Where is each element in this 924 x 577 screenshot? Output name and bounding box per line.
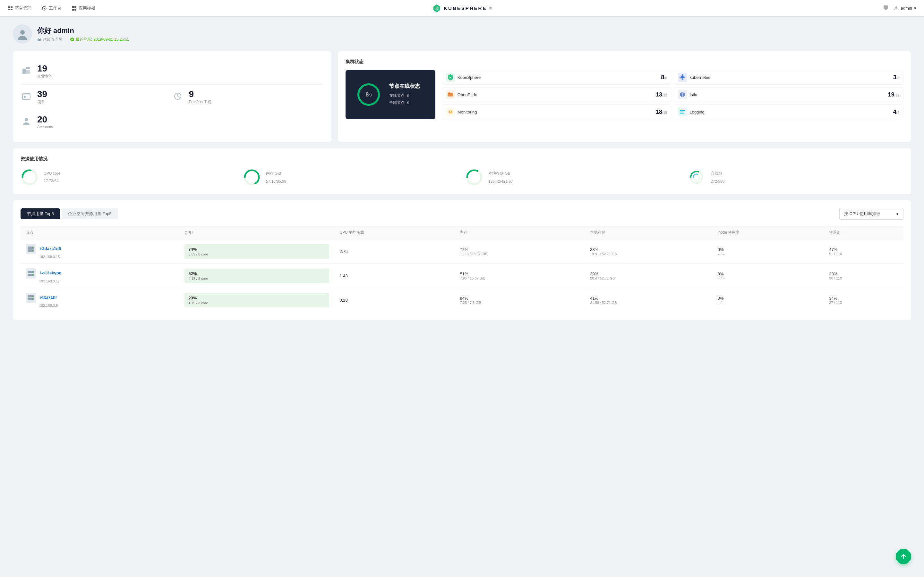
inode-detail-2: – / –	[718, 301, 819, 305]
svg-point-35	[448, 92, 450, 94]
table-row[interactable]: i-tl1i71hr 192.168.0.9 23% 1.79 / 8 core…	[21, 288, 903, 313]
node-icon-0	[26, 244, 36, 254]
cards-row: 19 企业空间 39 项目	[13, 51, 911, 142]
table-header-row: 节点 CPU CPU 平均负载 内存 本地存储 inode 使用率 容器组	[21, 226, 903, 239]
last-login-time: 2019-09-01 15:25:51	[94, 37, 129, 42]
main-content: 你好 admin 超级管理员 最近登录: 2019-0	[0, 17, 924, 327]
notification-icon	[883, 5, 889, 11]
last-login: 最近登录: 2019-09-01 15:25:51	[70, 37, 129, 42]
svg-point-15	[895, 6, 897, 8]
accounts-stat[interactable]: 20 Accounts	[21, 110, 324, 134]
svg-point-5	[44, 8, 45, 9]
projects-label: 项目	[37, 99, 47, 105]
svg-text:K: K	[435, 6, 438, 10]
svg-rect-24	[23, 93, 30, 99]
platform-management-nav[interactable]: 平台管理	[8, 5, 31, 11]
component-openpitrix: OpenPitrix 13/13	[442, 87, 672, 102]
mem-detail-2: 7.25 / 7.8 GiB	[460, 301, 580, 305]
devops-icon	[172, 91, 184, 103]
table-row[interactable]: i-2dazc1d6 192.168.0.15 74% 5.89 / 8 cor…	[21, 239, 903, 264]
cpu-value: 17.73/64	[44, 176, 60, 183]
cpu-avg-0: 2.75	[339, 249, 347, 254]
kubesphere-name: KubeSphere	[457, 75, 481, 80]
node-icon-2	[26, 293, 36, 303]
svg-text:K: K	[449, 76, 451, 79]
storage-detail-1: 20.4 / 52.71 GB	[590, 276, 707, 280]
cell-inode-1: 0% – / –	[712, 264, 824, 288]
node-status-box: 8/8 节点在线状态 在线节点: 8 全部节点: 8	[346, 70, 435, 119]
comp-left-istio: Istio	[678, 90, 697, 99]
istio-name: Istio	[690, 92, 697, 97]
svg-point-59	[32, 271, 33, 272]
logo[interactable]: K KUBESPHERE ®	[432, 4, 492, 13]
notification-btn[interactable]	[883, 5, 889, 11]
istio-logo	[678, 90, 687, 99]
templates-nav[interactable]: 应用模板	[71, 5, 95, 11]
logging-name: Logging	[690, 110, 704, 114]
cpu-avg-1: 1.43	[339, 274, 347, 278]
devops-stat[interactable]: 9 DevOps 工程	[172, 85, 323, 110]
svg-rect-7	[74, 6, 76, 8]
cell-cpu-0: 74% 5.89 / 8 core	[179, 239, 334, 264]
table-body: i-2dazc1d6 192.168.0.15 74% 5.89 / 8 cor…	[21, 239, 903, 313]
tab-buttons: 节点用量 Top5 企业空间资源用量 Top5	[21, 208, 118, 219]
comp-left-kubesphere: K KubeSphere	[446, 73, 481, 82]
monitoring-name: Monitoring	[457, 110, 477, 114]
storage-pct-2: 41%	[590, 296, 707, 301]
avatar	[13, 24, 32, 44]
svg-point-56	[32, 250, 33, 251]
svg-point-33	[681, 76, 684, 79]
devops-count: 9	[189, 90, 212, 99]
projects-stat[interactable]: 39 项目	[21, 85, 172, 110]
tab-node-usage[interactable]: 节点用量 Top5	[21, 208, 60, 219]
projects-icon	[21, 91, 32, 103]
accounts-count: 20	[37, 115, 53, 124]
mem-pct-2: 94%	[460, 296, 580, 301]
table-row[interactable]: i-o13skypq 192.168.0.17 52% 4.15 / 8 cor…	[21, 264, 903, 288]
memory-info: 内存 GiB 57.16/85.99	[266, 171, 286, 184]
workspaces-stat[interactable]: 19 企业空间	[21, 59, 324, 85]
metric-pods: 容器组 272/880	[688, 168, 903, 186]
sort-dropdown[interactable]: 按 CPU 使用率排行 ▾	[839, 208, 903, 219]
storage-circle	[465, 168, 483, 186]
cpu-pct-2: 23%	[188, 295, 325, 300]
kubernetes-logo	[678, 73, 687, 82]
admin-menu[interactable]: admin ▾	[894, 6, 916, 11]
cpu-info: CPU core 17.73/64	[44, 171, 60, 183]
memory-label: 内存 GiB	[266, 171, 286, 176]
workbench-icon	[42, 6, 47, 11]
col-node: 节点	[21, 226, 179, 239]
workspaces-count: 19	[37, 64, 53, 73]
devops-label: DevOps 工程	[189, 99, 212, 105]
topnav-left: 平台管理 工作台 应用模板	[8, 5, 95, 11]
workspace-icon	[21, 65, 32, 78]
table-head: 节点 CPU CPU 平均负载 内存 本地存储 inode 使用率 容器组	[21, 226, 903, 239]
tab-workspace-usage[interactable]: 企业空间资源用量 Top5	[61, 208, 118, 219]
pod-detail-0: 51 / 110	[829, 252, 898, 256]
cell-pods-2: 34% 37 / 110	[824, 288, 903, 313]
resource-metrics: CPU core 17.73/64 内存 GiB 57	[21, 168, 903, 186]
svg-rect-9	[74, 9, 76, 11]
cpu-label: CPU core	[44, 171, 60, 176]
inode-detail-1: – / –	[718, 276, 819, 280]
logo-icon: K	[432, 4, 441, 13]
storage-detail-2: 21.56 / 52.71 GB	[590, 301, 707, 305]
monitoring-count: 18/18	[656, 109, 667, 115]
pod-detail-2: 37 / 110	[829, 301, 898, 305]
cpu-pct-0: 74%	[188, 247, 325, 251]
profile-meta: 超级管理员 最近登录: 2019-09-01 15:25:51	[37, 37, 129, 42]
workbench-nav[interactable]: 工作台	[42, 5, 61, 11]
col-pods: 容器组	[824, 226, 903, 239]
component-istio: Istio 19/19	[674, 87, 903, 102]
table-header: 节点用量 Top5 企业空间资源用量 Top5 按 CPU 使用率排行 ▾	[21, 208, 903, 219]
svg-rect-14	[885, 9, 887, 10]
storage-label: 本地存储 GB	[488, 171, 513, 176]
pods-info: 容器组 272/880	[711, 171, 724, 184]
inode-detail-0: – / –	[718, 252, 819, 256]
svg-rect-8	[72, 9, 74, 11]
projects-count: 39	[37, 90, 47, 99]
admin-icon	[894, 6, 899, 11]
monitoring-logo	[446, 107, 455, 116]
cell-node-0: i-2dazc1d6 192.168.0.15	[21, 239, 179, 264]
logging-logo	[678, 107, 687, 116]
